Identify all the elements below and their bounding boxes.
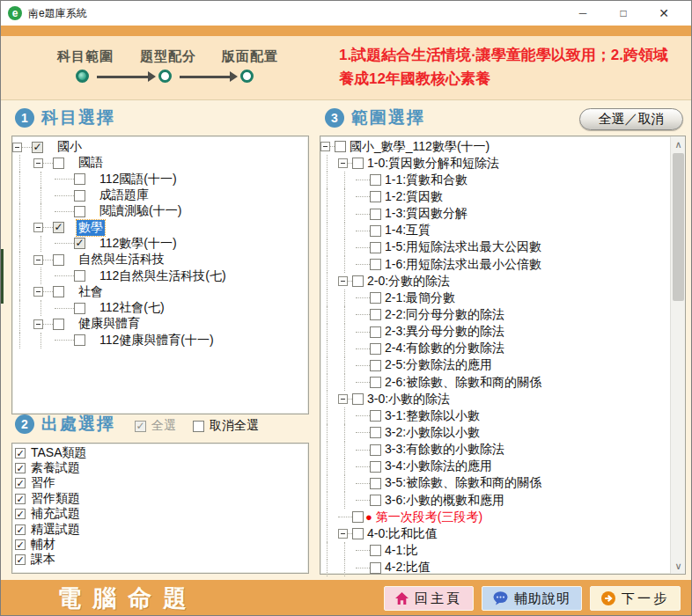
tree-item-label[interactable]: 自然與生活科技 <box>77 252 166 268</box>
source-item-label[interactable]: 習作類題 <box>29 491 82 507</box>
source-checkbox[interactable]: ✓ <box>15 539 26 550</box>
tree-checkbox[interactable] <box>352 511 364 523</box>
help-button[interactable]: 輔助說明 <box>482 586 582 611</box>
tree-item-label[interactable]: 4-1:比 <box>383 543 420 559</box>
tree-row[interactable]: 1-6:用短除法求出最小公倍數 <box>320 256 669 273</box>
tree-row[interactable]: 2-6:被除數、除數和商的關係 <box>320 374 669 391</box>
tree-checkbox[interactable] <box>370 292 381 304</box>
scroll-thumb[interactable] <box>673 153 684 301</box>
tree-checkbox[interactable] <box>74 190 85 202</box>
tree-item-label[interactable]: 2-5:分數除法的應用 <box>383 357 494 373</box>
tree-checkbox[interactable] <box>370 461 381 473</box>
tree-checkbox[interactable] <box>370 377 381 388</box>
tree-checkbox[interactable]: ✓ <box>53 222 64 233</box>
tree-checkbox[interactable] <box>335 141 346 152</box>
source-item-label[interactable]: 課本 <box>29 552 57 568</box>
tree-item-label[interactable]: 3-4:小數除法的應用 <box>383 458 494 474</box>
scroll-up-button[interactable]: ∧ <box>671 137 686 151</box>
tree-row[interactable]: 2-0:分數的除法 <box>320 273 669 290</box>
tree-row[interactable]: 成語題庫 <box>12 187 308 203</box>
home-button[interactable]: 回主頁 <box>384 586 474 611</box>
tree-checkbox[interactable]: ✓ <box>32 142 43 153</box>
list-item[interactable]: ✓TASA類題 <box>12 445 308 460</box>
list-item[interactable]: ✓精選試題 <box>12 522 308 537</box>
tree-item-label[interactable]: 3-0:小數的除法 <box>365 392 452 407</box>
tree-row[interactable]: ✓數學 <box>12 219 308 235</box>
tree-row[interactable]: 2-5:分數除法的應用 <box>320 357 669 374</box>
tree-checkbox[interactable] <box>74 270 85 282</box>
tree-checkbox[interactable] <box>53 254 64 266</box>
tree-row[interactable]: 3-0:小數的除法 <box>320 391 669 407</box>
tree-checkbox[interactable] <box>74 303 85 314</box>
tree-row[interactable]: 4-1:比 <box>320 542 669 559</box>
list-item[interactable]: ✓補充試題 <box>12 507 308 522</box>
tree-row[interactable]: 3-2:小數除以小數 <box>320 424 669 441</box>
tree-checkbox[interactable] <box>370 225 381 237</box>
tree-row[interactable]: 1-2:質因數 <box>320 188 669 205</box>
tree-row[interactable]: 4-2:比值 <box>320 560 669 576</box>
tree-item-label[interactable]: 3-5:被除數、除數和商的關係 <box>383 475 543 491</box>
source-item-label[interactable]: 素養試題 <box>29 460 82 476</box>
tree-checkbox[interactable] <box>370 209 381 220</box>
maximize-button[interactable]: □ <box>603 1 644 26</box>
tree-checkbox[interactable] <box>352 275 364 287</box>
tree-row[interactable]: 112健康與體育(十一) <box>12 333 308 348</box>
tree-row[interactable]: ✓國小 <box>12 139 308 155</box>
tree-row[interactable]: 3-6:小數的概數和應用 <box>320 492 669 509</box>
source-checkbox[interactable]: ✓ <box>15 478 26 488</box>
source-item-label[interactable]: 輔材 <box>29 537 57 553</box>
tree-item-label[interactable]: 成語題庫 <box>98 187 151 203</box>
tree-item-label[interactable]: 數學 <box>77 220 105 236</box>
tree-item-label[interactable]: 國語 <box>77 155 105 171</box>
tree-item-label[interactable]: 112社會(七) <box>98 300 166 316</box>
source-checkbox[interactable]: ✓ <box>15 509 26 519</box>
collapse-expander-icon[interactable] <box>320 142 330 151</box>
tree-item-label[interactable]: 社會 <box>77 284 105 300</box>
tree-item-label[interactable]: 健康與體育 <box>77 316 142 332</box>
tree-row[interactable]: 自然與生活科技 <box>12 252 308 268</box>
source-checkbox[interactable]: ✓ <box>15 448 26 458</box>
source-checkbox[interactable]: ✓ <box>15 463 26 473</box>
select-toggle-button[interactable]: 全選／取消 <box>579 108 683 130</box>
tree-item-label[interactable]: 3-3:有餘數的小數除法 <box>383 442 506 458</box>
tree-checkbox[interactable] <box>352 158 364 169</box>
tree-row[interactable]: 112自然與生活科技(七) <box>12 268 308 283</box>
list-item[interactable]: ✓習作 <box>12 476 308 491</box>
tree-item-label[interactable]: 112健康與體育(十一) <box>98 333 216 348</box>
tree-checkbox[interactable] <box>74 206 85 217</box>
scrollbar[interactable]: ∧ ∨ <box>670 136 685 574</box>
tree-item-label[interactable]: 閱讀測驗(十一) <box>98 203 183 219</box>
tree-row[interactable]: 4-0:比和比值 <box>320 525 669 542</box>
tree-checkbox[interactable]: ✓ <box>74 238 85 249</box>
collapse-expander-icon[interactable] <box>33 158 43 168</box>
tree-checkbox[interactable] <box>352 528 364 539</box>
tree-checkbox[interactable] <box>370 410 381 422</box>
tree-item-label[interactable]: 112數學(十一) <box>98 236 179 252</box>
collapse-expander-icon[interactable] <box>33 255 43 265</box>
tree-checkbox[interactable] <box>370 444 381 456</box>
collapse-expander-icon[interactable] <box>338 529 348 539</box>
source-checkbox[interactable]: ✓ <box>15 554 26 565</box>
tree-row[interactable]: 健康與體育 <box>12 316 308 332</box>
source-item-label[interactable]: 精選試題 <box>29 522 82 538</box>
source-item-label[interactable]: 習作 <box>29 475 57 491</box>
tree-checkbox[interactable] <box>53 158 64 169</box>
tree-item-label[interactable]: 3-6:小數的概數和應用 <box>383 493 506 509</box>
collapse-expander-icon[interactable] <box>338 158 348 168</box>
tree-row[interactable]: 3-5:被除數、除數和商的關係 <box>320 475 669 492</box>
tree-checkbox[interactable] <box>370 562 381 574</box>
tree-item-label[interactable]: 3-1:整數除以小數 <box>383 408 482 424</box>
list-item[interactable]: ✓課本 <box>12 553 308 568</box>
collapse-expander-icon[interactable] <box>12 143 22 152</box>
tree-item-label[interactable]: 1-4:互質 <box>383 223 432 238</box>
tree-item-label[interactable]: 國小 <box>55 139 84 155</box>
tree-row[interactable]: 2-4:有餘數的分數除法 <box>320 341 669 357</box>
tree-row[interactable]: 社會 <box>12 284 308 300</box>
tree-row[interactable]: 閱讀測驗(十一) <box>12 203 308 219</box>
tree-checkbox[interactable] <box>53 286 64 297</box>
collapse-expander-icon[interactable] <box>33 319 43 329</box>
collapse-expander-icon[interactable] <box>338 394 348 404</box>
list-item[interactable]: ✓素養試題 <box>12 460 308 475</box>
tree-row[interactable]: 1-4:互質 <box>320 223 669 239</box>
tree-item-label[interactable]: 112國語(十一) <box>98 172 179 187</box>
